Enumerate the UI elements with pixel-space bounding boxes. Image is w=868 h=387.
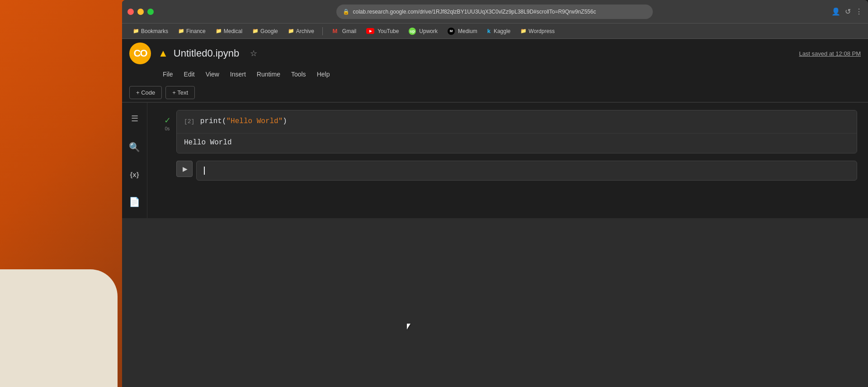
folder-icon: 📁 bbox=[133, 28, 139, 34]
menu-help[interactable]: Help bbox=[312, 69, 335, 80]
url-text: colab.research.google.com/drive/1RJf82ql… bbox=[353, 9, 596, 15]
menu-icon[interactable]: ☰ bbox=[127, 110, 142, 127]
search-icon[interactable]: 🔍 bbox=[125, 138, 144, 156]
cell-time-1: 0s bbox=[165, 126, 170, 131]
laptop-screen: 🔒 colab.research.google.com/drive/1RJf82… bbox=[122, 0, 868, 387]
address-bar[interactable]: 🔒 colab.research.google.com/drive/1RJf82… bbox=[336, 5, 653, 19]
run-cell-button[interactable]: ▶ bbox=[176, 161, 193, 177]
cell-status-1: ✓ 0s bbox=[158, 110, 176, 131]
bookmark-google[interactable]: 📁 Google bbox=[249, 27, 282, 36]
cell-number-1: [2] bbox=[184, 118, 194, 125]
bookmark-medium[interactable]: M Medium bbox=[444, 26, 481, 36]
medium-icon: M bbox=[448, 28, 455, 35]
notebook-title[interactable]: Untitled0.ipynb bbox=[174, 48, 240, 59]
browser-chrome: 🔒 colab.research.google.com/drive/1RJf82… bbox=[122, 0, 868, 24]
folder-icon: 📁 bbox=[520, 28, 527, 34]
bookmark-finance[interactable]: 📁 Finance bbox=[175, 27, 209, 36]
bookmark-gmail[interactable]: M Gmail bbox=[327, 27, 360, 36]
colab-sidebar: ☰ 🔍 {x} 📄 bbox=[122, 103, 147, 218]
menu-runtime[interactable]: Runtime bbox=[252, 69, 285, 80]
add-code-button[interactable]: + Code bbox=[129, 86, 162, 99]
code-cell-2: ▶ bbox=[158, 161, 857, 181]
bookmark-archive[interactable]: 📁 Archive bbox=[284, 27, 318, 36]
colab-logo-text: CO bbox=[134, 48, 147, 59]
output-text-1: Hello World bbox=[184, 139, 232, 147]
folder-icon: 📁 bbox=[252, 28, 259, 34]
variables-icon[interactable]: {x} bbox=[126, 167, 142, 182]
bookmark-separator bbox=[322, 27, 323, 35]
files-icon[interactable]: 📄 bbox=[125, 193, 144, 211]
menu-view[interactable]: View bbox=[201, 69, 224, 80]
upwork-icon: up bbox=[409, 28, 416, 35]
folder-icon: 📁 bbox=[216, 28, 222, 34]
bookmark-medical[interactable]: 📁 Medical bbox=[212, 27, 246, 36]
minimize-window-button[interactable] bbox=[137, 9, 144, 15]
menu-insert[interactable]: Insert bbox=[226, 69, 250, 80]
empty-cell-box[interactable] bbox=[196, 161, 857, 181]
menu-file[interactable]: File bbox=[158, 69, 178, 80]
browser-right-controls: 👤 ↺ ⋮ bbox=[831, 7, 863, 16]
svg-marker-0 bbox=[369, 30, 372, 33]
youtube-icon bbox=[366, 28, 374, 34]
colab-header: CO ▲ Untitled0.ipynb ☆ Last saved at 12:… bbox=[122, 39, 868, 103]
colab-top-bar: CO ▲ Untitled0.ipynb ☆ Last saved at 12:… bbox=[122, 39, 868, 68]
folder-icon: 📁 bbox=[178, 28, 184, 34]
notebook-area: ✓ 0s [2] print("Hello World") Hello Worl… bbox=[147, 103, 868, 218]
gmail-icon: M bbox=[331, 28, 339, 34]
text-cursor bbox=[204, 167, 205, 175]
colab-toolbar: + Code + Text bbox=[122, 83, 868, 102]
kaggle-icon: k bbox=[487, 28, 491, 34]
colab-menu-bar: File Edit View Insert Runtime Tools Help bbox=[122, 68, 868, 83]
colab-logo[interactable]: CO bbox=[129, 43, 151, 64]
browser-more-icon[interactable]: ⋮ bbox=[855, 7, 863, 16]
bookmark-upwork[interactable]: up Upwork bbox=[405, 26, 441, 36]
colab-content: CO ▲ Untitled0.ipynb ☆ Last saved at 12:… bbox=[122, 39, 868, 218]
colab-body: ☰ 🔍 {x} 📄 ✓ 0s [2] bbox=[122, 103, 868, 218]
add-text-button[interactable]: + Text bbox=[165, 86, 195, 99]
bookmarks-bar: 📁 Bookmarks 📁 Finance 📁 Medical 📁 Google… bbox=[122, 24, 868, 39]
browser-refresh-icon[interactable]: ↺ bbox=[845, 7, 851, 16]
code-cell-1: ✓ 0s [2] print("Hello World") Hello Worl… bbox=[158, 110, 857, 153]
menu-tools[interactable]: Tools bbox=[287, 69, 311, 80]
cell-input-1: [2] print("Hello World") bbox=[177, 110, 857, 133]
menu-edit[interactable]: Edit bbox=[179, 69, 199, 80]
last-saved-text: Last saved at 12:08 PM bbox=[799, 50, 861, 57]
maximize-window-button[interactable] bbox=[147, 9, 154, 15]
star-icon[interactable]: ☆ bbox=[250, 48, 257, 58]
bookmark-kaggle[interactable]: k Kaggle bbox=[484, 26, 514, 36]
browser-profile-icon[interactable]: 👤 bbox=[831, 7, 840, 16]
bookmark-bookmarks[interactable]: 📁 Bookmarks bbox=[129, 27, 172, 36]
browser-window-controls bbox=[127, 9, 154, 15]
folder-icon: 📁 bbox=[288, 28, 294, 34]
close-window-button[interactable] bbox=[127, 9, 134, 15]
cell-output-1: Hello World bbox=[177, 133, 857, 153]
code-line-1: print("Hello World") bbox=[200, 117, 287, 125]
white-corner bbox=[0, 269, 118, 387]
bookmark-youtube[interactable]: YouTube bbox=[363, 27, 402, 36]
play-icon: ▶ bbox=[183, 165, 188, 172]
bookmark-wordpress[interactable]: 📁 Wordpress bbox=[517, 27, 558, 36]
lock-icon: 🔒 bbox=[343, 9, 349, 15]
cell-success-icon: ✓ bbox=[164, 115, 171, 125]
google-drive-icon: ▲ bbox=[158, 48, 168, 59]
cell-box-1[interactable]: [2] print("Hello World") Hello World bbox=[176, 110, 857, 153]
